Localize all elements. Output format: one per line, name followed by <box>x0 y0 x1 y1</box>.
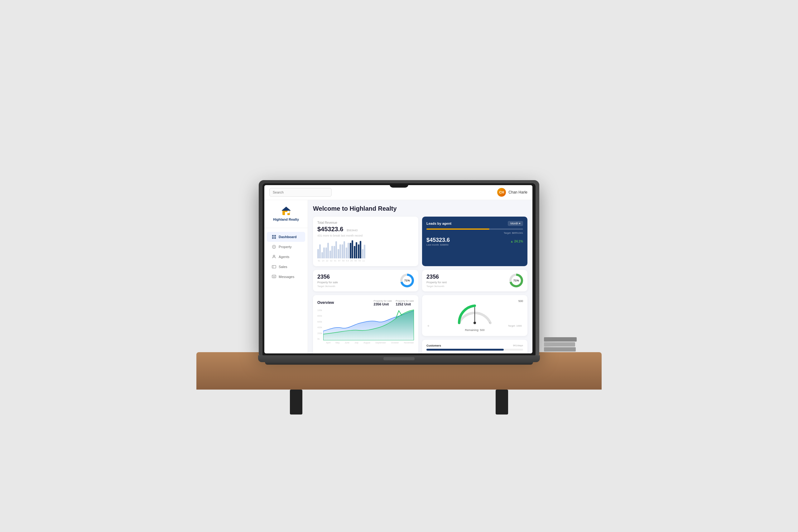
search-input[interactable] <box>269 188 332 197</box>
svg-point-15 <box>474 322 476 324</box>
sidebar-item-label-property: Property <box>279 245 292 249</box>
svg-point-10 <box>273 255 274 256</box>
property-sale-number: 2356 <box>317 274 338 280</box>
main-content: Welcome to Highland Realty Total Revenue… <box>308 200 532 354</box>
property-sale-card: 2356 Property for sale Target 3k/month 7… <box>313 270 418 291</box>
sidebar-item-dashboard[interactable]: Dashboard <box>267 232 305 242</box>
legend-sale-label: Property for sale <box>374 300 392 302</box>
laptop-bottom <box>265 362 533 365</box>
x-axis-labels: April May June July August September Oct… <box>326 342 414 344</box>
username: Chan Harle <box>508 190 528 194</box>
leads-filter-button[interactable]: Month ▾ <box>508 221 523 226</box>
y-axis-labels: 100k 800k 600k 400k 200k 0k <box>317 309 322 340</box>
book-stack <box>544 337 577 352</box>
property-icon <box>272 245 276 249</box>
leads-progress-bar <box>426 228 523 230</box>
property-sale-label: Property for sale <box>317 281 338 284</box>
leads-progress-fill <box>426 228 489 230</box>
area-chart-svg <box>323 309 414 340</box>
property-sale-target: Target 3k/month <box>317 285 338 288</box>
leads-amount: $45323.6 <box>426 237 450 243</box>
sidebar-item-label-dashboard: Dashboard <box>279 235 297 239</box>
svg-rect-3 <box>287 211 290 213</box>
avatar: CH <box>497 188 506 197</box>
legend-rent-label: Property for sale <box>396 300 414 302</box>
sidebar-item-label-agents: Agents <box>279 255 289 259</box>
dashboard-icon <box>272 235 276 239</box>
svg-rect-5 <box>274 235 276 236</box>
screen: CH Chan Harle <box>264 185 532 354</box>
property-rent-card: 2356 Property for rent Target 3k/month 7… <box>422 270 528 291</box>
sidebar-item-agents[interactable]: Agents <box>267 252 305 262</box>
gauge-card: 500 <box>422 295 528 336</box>
revenue-title: Total Revenue <box>317 221 414 224</box>
gauge-target-label: Target: 1000 <box>508 324 522 327</box>
sidebar-logo-text: Highland Realty <box>273 217 299 222</box>
agents-icon <box>272 254 276 259</box>
donut-rent: 71% <box>509 274 523 287</box>
bar-labels: 91 14 22 02 01 97 50 5.5 26 <box>317 260 414 262</box>
sidebar-item-messages[interactable]: Messages <box>267 272 305 282</box>
sales-icon <box>272 265 276 269</box>
leads-header: Leads by agent Month ▾ <box>426 221 523 226</box>
donut-rent-inner: 71% <box>512 276 521 285</box>
legend-sale-value: 2356 Unit <box>374 302 392 306</box>
gauge-remaining: Remaining: 500 <box>465 328 484 331</box>
customers-value: 961/days <box>513 344 523 347</box>
gauge-scale: 0 Target: 1000 <box>426 324 523 327</box>
svg-point-9 <box>273 246 274 247</box>
messages-icon <box>272 274 276 279</box>
property-rent-number: 2356 <box>426 274 447 280</box>
sidebar-item-label-sales: Sales <box>279 265 287 269</box>
sidebar: Highland Realty Dashboard <box>264 200 308 354</box>
leads-target: Target: $8551341 <box>426 231 523 234</box>
overview-title: Overview <box>317 301 334 305</box>
revenue-amount: $45323.6 <box>317 226 343 232</box>
donut-sale: 71% <box>400 274 414 287</box>
overview-header: Overview Property for sale 2356 Unit P <box>317 300 414 306</box>
legend-rent-value: 1252 Unit <box>396 302 414 306</box>
revenue-card: Total Revenue $45323.6 $563443 431 more … <box>313 216 418 266</box>
overview-legend: Property for sale 2356 Unit Property for… <box>374 300 414 306</box>
svg-rect-6 <box>272 237 274 239</box>
revenue-bar-chart <box>317 240 414 258</box>
area-chart-wrapper: 100k 800k 600k 400k 200k 0k <box>317 309 414 344</box>
gauge-svg <box>456 303 493 324</box>
break-text: 431 more to break last month record <box>317 234 414 237</box>
property-rent-target: Target 3k/month <box>426 285 447 288</box>
camera-notch <box>390 183 408 188</box>
property-rent-label: Property for rent <box>426 281 447 284</box>
stats-bars-card: Customers 961/days <box>422 340 528 354</box>
leads-card: Leads by agent Month ▾ Target: $8551341 <box>422 216 528 266</box>
laptop-base <box>258 355 540 362</box>
donut-sale-inner: 71% <box>402 276 412 285</box>
trackpad <box>383 357 415 360</box>
sidebar-item-label-messages: Messages <box>279 275 294 279</box>
svg-marker-1 <box>282 207 291 211</box>
leads-title: Leads by agent <box>426 222 451 225</box>
svg-rect-11 <box>272 265 276 268</box>
customers-bar-row: Customers 961/days <box>426 344 523 350</box>
sidebar-item-sales[interactable]: Sales <box>267 262 305 272</box>
svg-rect-7 <box>274 237 276 239</box>
customers-label: Customers <box>426 344 441 347</box>
svg-rect-4 <box>272 235 274 236</box>
customers-bar-fill <box>426 349 504 350</box>
svg-rect-13 <box>272 275 276 278</box>
leads-percent: ▲ 24.1% <box>510 240 523 243</box>
customers-bar-bg <box>426 349 523 350</box>
revenue-target: $563443 <box>347 229 358 232</box>
sidebar-item-property[interactable]: Property <box>267 242 305 252</box>
page-title: Welcome to Highland Realty <box>313 205 528 212</box>
overview-card: Overview Property for sale 2356 Unit P <box>313 295 418 354</box>
user-info: CH Chan Harle <box>497 188 528 197</box>
laptop: CH Chan Harle <box>259 180 539 365</box>
sidebar-logo: Highland Realty <box>264 205 308 228</box>
leads-lastmonth: Last month: $38850 <box>426 243 450 246</box>
logo-icon <box>281 205 292 216</box>
svg-rect-2 <box>285 212 287 215</box>
gauge-top-label: 500 <box>518 300 523 303</box>
